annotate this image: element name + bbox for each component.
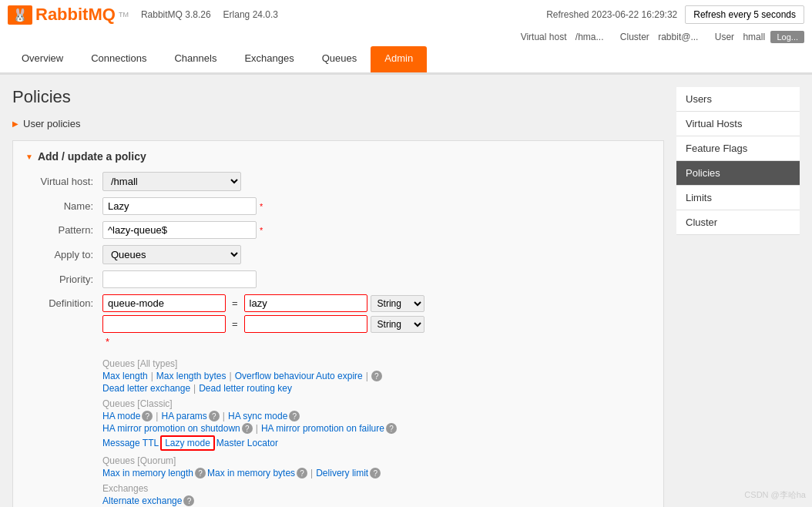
exchanges-group: Exchanges Alternate exchange ?	[102, 483, 651, 506]
nav-exchanges[interactable]: Exchanges	[230, 46, 307, 72]
hint-alternate-exchange[interactable]: Alternate exchange	[102, 495, 182, 506]
hint-master-locator[interactable]: Master Locator	[216, 438, 278, 448]
hint-max-length-bytes[interactable]: Max length bytes	[156, 371, 226, 381]
sidebar-item-virtual-hosts[interactable]: Virtual Hosts	[676, 112, 800, 136]
def-equals-2: =	[229, 318, 241, 330]
sidebar-item-users[interactable]: Users	[676, 87, 800, 112]
pattern-input[interactable]	[102, 221, 257, 239]
hints-area: Queues [All types] Max length | Max leng…	[102, 358, 651, 507]
add-policy-header[interactable]: ▼ Add / update a policy	[25, 150, 651, 163]
hint-qmark-ha-sync[interactable]: ?	[289, 411, 300, 421]
queues-all-group: Queues [All types] Max length | Max leng…	[102, 358, 651, 394]
def-row-1: = String Number Boolean List	[102, 294, 424, 312]
logo-text: RabbitMQ	[35, 5, 116, 25]
hint-ha-mirror-shutdown[interactable]: HA mirror promotion on shutdown	[102, 423, 240, 434]
hint-lazy-mode[interactable]: Lazy mode	[160, 435, 215, 451]
cluster-label: Cluster	[620, 32, 649, 42]
user-policies-section: ▶ User policies	[12, 115, 664, 133]
hint-qmark-ha-failure[interactable]: ?	[386, 423, 397, 434]
queues-quorum-group: Queues [Quorum] Max in memory length ? M…	[102, 455, 651, 478]
hint-qmark-mem-bytes[interactable]: ?	[297, 468, 307, 478]
sidebar-item-policies[interactable]: Policies	[676, 161, 800, 186]
nav-channels[interactable]: Channels	[160, 46, 230, 72]
apply-to-form-label: Apply to:	[25, 249, 102, 260]
logo-tm: TM	[119, 11, 129, 18]
queues-all-label: Queues [All types]	[102, 358, 651, 369]
sidebar-item-cluster[interactable]: Cluster	[676, 210, 800, 235]
hint-qmark-ha-params[interactable]: ?	[209, 411, 220, 421]
logout-button[interactable]: Log...	[770, 31, 804, 43]
def-key-input-2[interactable]	[102, 315, 226, 333]
virtual-host-form-label: Virtual host:	[25, 176, 102, 187]
sidebar-item-limits[interactable]: Limits	[676, 186, 800, 210]
nav-overview[interactable]: Overview	[8, 46, 77, 72]
name-form-label: Name:	[25, 200, 102, 212]
hint-qmark-ha-shutdown[interactable]: ?	[242, 423, 253, 434]
hint-overflow-behaviour[interactable]: Overflow behaviour	[235, 371, 314, 381]
logo: 🐰 RabbitMQ TM	[8, 5, 129, 25]
rabbit-version: RabbitMQ 3.8.26	[141, 9, 211, 20]
hint-message-ttl[interactable]: Message TTL	[102, 438, 159, 448]
virtual-host-select[interactable]: /hmall	[102, 172, 241, 191]
hint-ha-sync-mode[interactable]: HA sync mode	[228, 411, 287, 421]
priority-input[interactable]	[102, 270, 257, 288]
hint-ha-params[interactable]: HA params	[161, 411, 206, 421]
nav-connections[interactable]: Connections	[77, 46, 160, 72]
queues-all-links: Max length | Max length bytes | Overflow…	[102, 371, 651, 381]
hint-qmark-alt-exchange[interactable]: ?	[183, 495, 194, 506]
def-row-2: = String Number Boolean	[102, 315, 424, 333]
name-required: *	[260, 202, 263, 211]
hint-max-length[interactable]: Max length	[102, 371, 148, 381]
apply-to-select[interactable]: Queues Exchanges All	[102, 245, 241, 264]
hint-auto-expire[interactable]: Auto expire	[316, 371, 363, 381]
content: Policies ▶ User policies ▼ Add / update …	[12, 87, 664, 507]
hint-dead-letter-exchange[interactable]: Dead letter exchange	[102, 383, 190, 394]
queues-classic-group: Queues [Classic] HA mode ? | HA params ?…	[102, 398, 651, 451]
cluster-value: rabbit@...	[658, 32, 698, 42]
def-type-select-2[interactable]: String Number Boolean	[371, 316, 424, 333]
sidebar-item-feature-flags[interactable]: Feature Flags	[676, 136, 800, 161]
main: Policies ▶ User policies ▼ Add / update …	[0, 75, 812, 507]
pattern-required: *	[260, 226, 263, 235]
add-policy-title: Add / update a policy	[38, 150, 146, 163]
logo-area: 🐰 RabbitMQ TM RabbitMQ 3.8.26 Erlang 24.…	[8, 5, 278, 25]
add-policy-panel: ▼ Add / update a policy Virtual host: /h…	[12, 140, 664, 507]
hint-dead-letter-routing-key[interactable]: Dead letter routing key	[199, 383, 292, 394]
name-input[interactable]	[102, 197, 257, 215]
exchanges-links: Alternate exchange ?	[102, 495, 651, 506]
hint-ha-mirror-failure[interactable]: HA mirror promotion on failure	[261, 423, 384, 434]
def-value-input-2[interactable]	[244, 315, 367, 333]
queues-quorum-label: Queues [Quorum]	[102, 455, 651, 466]
hint-max-in-memory-length[interactable]: Max in memory length	[102, 468, 193, 478]
refresh-button[interactable]: Refresh every 5 seconds	[685, 5, 804, 24]
nav-admin[interactable]: Admin	[371, 46, 427, 72]
hint-delivery-limit[interactable]: Delivery limit	[316, 468, 368, 478]
def-value-input[interactable]	[244, 294, 367, 312]
def-equals-1: =	[229, 297, 241, 309]
hint-ha-mode[interactable]: HA mode	[102, 411, 140, 421]
page-title: Policies	[12, 87, 664, 107]
definition-area: = String Number Boolean List =	[102, 294, 424, 348]
refresh-info: Refreshed 2023-06-22 16:29:32 Refresh ev…	[546, 5, 804, 24]
def-type-select-1[interactable]: String Number Boolean List	[371, 295, 424, 312]
watermark: CSDN @李哈ha	[744, 489, 806, 501]
virtual-host-label: Virtual host	[521, 32, 567, 42]
user-policies-header[interactable]: ▶ User policies	[12, 115, 664, 133]
exchanges-label: Exchanges	[102, 483, 651, 494]
name-row: Name: *	[25, 197, 651, 215]
hint-qmark-mem-length[interactable]: ?	[195, 468, 206, 478]
nav-queues[interactable]: Queues	[308, 46, 371, 72]
hint-qmark-delivery[interactable]: ?	[370, 468, 381, 478]
hint-max-in-memory-bytes[interactable]: Max in memory bytes	[207, 468, 295, 478]
hint-qmark-ha-mode[interactable]: ?	[142, 411, 153, 421]
hint-qmark-all[interactable]: ?	[371, 371, 382, 381]
user-value: hmall	[743, 32, 765, 42]
sidebar: Users Virtual Hosts Feature Flags Polici…	[676, 87, 800, 507]
priority-form-label: Priority:	[25, 274, 102, 285]
def-key-input[interactable]	[102, 294, 226, 312]
pattern-form-label: Pattern:	[25, 224, 102, 236]
def-required: *	[106, 336, 109, 348]
priority-row: Priority:	[25, 270, 651, 288]
header: 🐰 RabbitMQ TM RabbitMQ 3.8.26 Erlang 24.…	[0, 0, 812, 75]
logo-icon: 🐰	[8, 5, 32, 25]
